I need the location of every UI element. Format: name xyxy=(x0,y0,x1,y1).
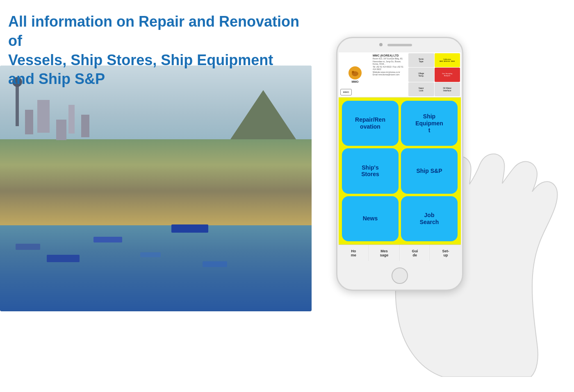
header-cell-calibration: CalibrationMMC BRIDGE TANK xyxy=(435,53,460,67)
building xyxy=(37,100,50,133)
company-tel: Tel +82 51 414 6922 / Fax +82 51 414 692… xyxy=(373,66,406,71)
mmo-logo-text: MMO xyxy=(351,80,358,83)
header-cell-oil: Oil WaterInterface xyxy=(435,82,460,96)
ship-equipment-button[interactable]: ShipEquipment xyxy=(401,101,458,146)
nav-message[interactable]: Message xyxy=(369,245,400,261)
svg-point-2 xyxy=(352,71,354,73)
app-header-right: SonicTape CalibrationMMC BRIDGE TANK Ull… xyxy=(408,52,461,97)
news-button[interactable]: News xyxy=(342,196,399,241)
tower xyxy=(16,85,19,126)
header-line1: All information on Repair and Renovation… xyxy=(8,12,303,51)
header-cell-sonic: SonicTape xyxy=(408,53,434,67)
header-cell-ullage: UllageTemp. xyxy=(408,68,434,82)
nav-guide[interactable]: Guide xyxy=(400,245,430,261)
boat xyxy=(93,237,122,242)
header-line2: Vessels, Ship Stores, Ship Equipment and… xyxy=(8,51,303,89)
company-detail: Haeundae-ro, Jung-Gu, Busan, Korea, 4019… xyxy=(373,60,406,66)
phone-device: MMO MMC (KOREA) LTD Room 613, 197 Eunsan… xyxy=(336,37,463,291)
job-search-button[interactable]: JobSearch xyxy=(401,196,458,241)
building xyxy=(68,105,75,134)
land xyxy=(0,139,312,225)
building xyxy=(81,115,89,137)
phone-home-button[interactable] xyxy=(392,267,408,284)
harbor-photo xyxy=(0,66,312,311)
boat xyxy=(16,244,40,250)
app-logo xyxy=(348,66,362,79)
page-header: All information on Repair and Renovation… xyxy=(8,12,303,89)
company-name: MMC (KOREA) LTD xyxy=(373,54,406,57)
phone-speaker xyxy=(387,44,412,46)
app-buttons-grid: Repair/Renovation ShipEquipment Ship'sSt… xyxy=(339,97,461,245)
app-header: MMO MMC (KOREA) LTD Room 613, 197 Eunsan… xyxy=(339,52,461,97)
repair-renovation-button[interactable]: Repair/Renovation xyxy=(342,101,399,146)
mountain xyxy=(230,90,296,139)
boat xyxy=(47,255,80,262)
mmo-bottom-logo: MMO xyxy=(340,89,352,95)
boat xyxy=(203,261,227,267)
nav-home[interactable]: Home xyxy=(339,245,369,261)
company-address: Room 613, 197 Eunsan Bldg, 63, xyxy=(373,57,406,60)
building xyxy=(25,110,33,134)
phone-wrapper: MMO MMC (KOREA) LTD Room 613, 197 Eunsan… xyxy=(312,20,566,377)
nav-setup[interactable]: Set-up xyxy=(430,245,461,261)
header-cell-gas: Gas SamplingAnalyser xyxy=(435,68,460,82)
phone-screen: MMO MMC (KOREA) LTD Room 613, 197 Eunsan… xyxy=(339,52,461,261)
building xyxy=(56,120,66,140)
boat xyxy=(171,224,208,233)
header-cell-vapor: VaporLock xyxy=(408,82,434,96)
phone-camera xyxy=(379,43,383,46)
company-email: Email mmckorea@naver.com xyxy=(373,73,406,76)
water xyxy=(0,225,312,311)
app-header-info: MMC (KOREA) LTD Room 613, 197 Eunsan Bld… xyxy=(371,52,408,97)
app-bottom-nav: Home Message Guide Set-up xyxy=(339,245,461,261)
ship-sp-button[interactable]: Ship S&P xyxy=(401,148,458,193)
ships-stores-button[interactable]: Ship'sStores xyxy=(342,148,399,193)
boat xyxy=(140,252,161,257)
